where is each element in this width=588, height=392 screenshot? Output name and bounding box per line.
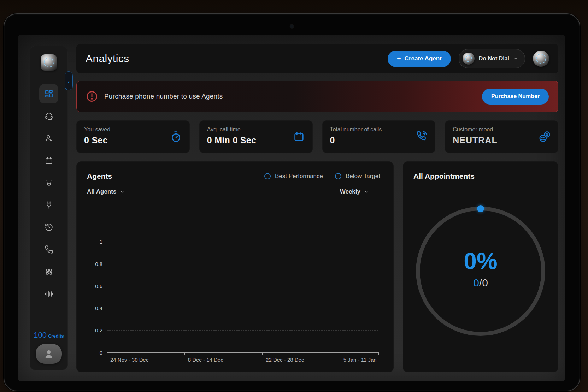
stopwatch-icon [170,131,182,143]
stats-row: You saved 0 Sec Avg. call time 0 Min 0 S… [76,120,558,153]
plug-icon [45,201,53,209]
y-axis-tick-label: 0.8 [86,261,102,267]
stat-card-saved: You saved 0 Sec [76,120,190,153]
appointments-progress-ring: 0% 0/0 [416,207,545,336]
brand-logo-icon[interactable] [41,54,57,71]
sidebar-item-calendar[interactable] [39,151,58,170]
calendar-icon [45,156,53,165]
y-axis-tick-label: 0.4 [86,305,102,311]
create-agent-button[interactable]: + Create Agent [388,51,451,67]
period-filter-select[interactable]: Weekly [340,188,369,195]
x-axis-tick [107,352,107,355]
y-axis-tick-label: 1 [86,239,102,245]
stat-card-avg-call: Avg. call time 0 Min 0 Sec [199,120,313,153]
credits-label: Credits [48,333,64,339]
purchase-number-button[interactable]: Purchase Number [482,89,549,105]
calendar-icon [293,131,305,143]
sidebar-nav [39,84,58,304]
sidebar-item-voice[interactable] [39,284,58,304]
user-avatar[interactable] [36,344,62,364]
x-axis-tick-label: 8 Dec - 14 Dec [188,357,223,363]
gridline [107,242,378,242]
alert-banner: Purchase phone number to use Agents Purc… [76,81,558,112]
exclamation-circle-icon [86,90,98,102]
plus-icon: + [397,55,401,62]
history-icon [45,223,53,232]
y-axis-tick-label: 0.2 [86,327,102,333]
appointments-percent: 0% [464,249,497,273]
audio-waveform-icon [45,290,53,298]
x-axis-tick [340,352,341,355]
agents-title: Agents [87,172,112,180]
sidebar-item-integrations[interactable] [39,195,58,215]
page-title: Analytics [86,53,129,65]
radio-circle-icon [264,173,271,179]
sidebar-item-ai[interactable] [39,262,58,281]
sidebar-item-dashboard[interactable] [39,84,58,103]
gridline [107,264,378,264]
phone-call-icon [416,131,428,143]
sidebar-expand-button[interactable]: › [65,71,73,90]
x-axis-tick-label: 5 Jan - 11 Jan [343,357,377,363]
atom-icon [45,267,53,276]
x-axis-tick [184,352,185,355]
appointments-ratio: 0/0 [473,277,488,289]
headset-icon [45,112,53,120]
x-axis-tick [378,352,379,355]
sidebar-item-funnel[interactable] [39,173,58,192]
y-axis-tick-label: 0 [86,350,102,356]
appointments-panel: All Appointments 0% 0/0 [403,161,558,372]
do-not-dial-dropdown[interactable]: Do Not Dial [459,49,525,68]
dashboard-grid-icon [45,89,53,98]
stat-card-total-calls: Total number of calls 0 [322,120,436,153]
agents-chart-plot: 10.80.60.40.2024 Nov - 30 Dec8 Dec - 14 … [107,242,378,352]
agents-chart: 10.80.60.40.2024 Nov - 30 Dec8 Dec - 14 … [87,241,380,352]
main-content: Analytics + Create Agent Do Not Dial [76,35,558,381]
gridline [107,330,378,331]
chevron-down-icon [513,56,518,61]
radio-below-target[interactable]: Below Target [335,173,380,180]
chevron-down-icon [120,189,125,194]
mood-faces-icon [539,131,551,143]
alert-message: Purchase phone number to use Agents [104,93,223,100]
agents-panel: Agents Best Performance Below Target [76,161,394,372]
header: Analytics + Create Agent Do Not Dial [76,44,558,73]
agent-filter-select[interactable]: All Agents [87,188,125,195]
app-window: 100 Credits › Analytics + Create Ag [18,35,565,381]
photo-background: 100 Credits › Analytics + Create Ag [0,0,588,392]
chevron-down-icon [364,189,369,194]
lower-row: Agents Best Performance Below Target [76,161,558,372]
sidebar-item-agents[interactable] [39,129,58,148]
webcam-dot [290,25,294,28]
gridline [107,308,378,308]
x-axis-tick-label: 24 Nov - 30 Dec [110,357,148,363]
funnel-icon [45,178,53,187]
x-axis-tick-label: 22 Dec - 28 Dec [266,357,304,363]
gridline [107,286,378,286]
person-icon [43,348,54,360]
radio-best-performance[interactable]: Best Performance [264,173,323,180]
gridline [107,352,378,353]
stat-card-mood: Customer mood NEUTRAL [445,120,558,153]
header-actions: + Create Agent Do Not Dial [388,49,549,68]
performance-filter: Best Performance Below Target [264,172,380,180]
brand-logo-icon [463,53,475,65]
credits-badge: 100 Credits [34,331,64,340]
sidebar-item-history[interactable] [39,218,58,237]
laptop-frame: 100 Credits › Analytics + Create Ag [4,13,580,391]
sidebar: 100 Credits [30,46,68,370]
profile-avatar[interactable] [533,51,549,67]
radio-circle-icon [335,173,341,179]
phone-icon [45,245,53,254]
appointments-title: All Appointments [413,172,548,180]
sidebar-item-support[interactable] [39,106,58,126]
credits-value: 100 [34,331,47,340]
y-axis-tick-label: 0.6 [86,283,102,289]
sidebar-item-calls[interactable] [39,240,58,259]
agent-user-icon [45,134,53,143]
x-axis-tick [262,352,263,355]
chevron-right-icon: › [68,78,70,84]
